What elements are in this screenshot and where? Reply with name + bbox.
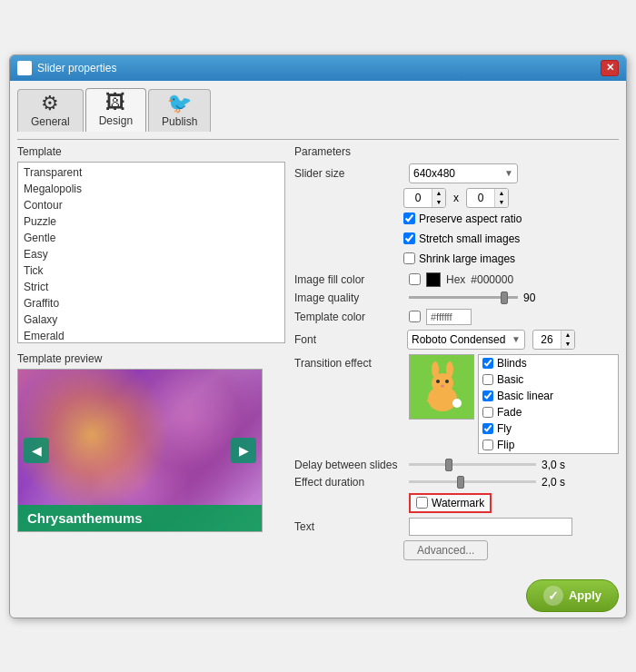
tab-design-label: Design: [99, 114, 133, 127]
template-list-item[interactable]: Megalopolis: [18, 181, 284, 197]
watermark-checkbox[interactable]: [416, 497, 428, 509]
transition-item[interactable]: Basic linear: [479, 388, 618, 404]
template-listbox[interactable]: TransparentMegalopolisContourPuzzleGentl…: [17, 162, 285, 343]
transition-item[interactable]: Blinds: [479, 355, 618, 371]
size-y-spinbtns[interactable]: ▲ ▼: [494, 189, 508, 207]
svg-point-3: [446, 361, 453, 378]
general-icon: ⚙: [41, 94, 59, 114]
size-y-spin[interactable]: 0 ▲ ▼: [466, 188, 509, 208]
template-list-item[interactable]: Emerald: [18, 328, 284, 343]
fill-color-row: Image fill color Hex #000000: [294, 272, 619, 287]
template-list-item[interactable]: Contour: [18, 197, 284, 213]
quality-label: Image quality: [294, 292, 403, 304]
left-panel: Template TransparentMegalopolisContourPu…: [17, 145, 285, 565]
effect-label: Effect duration: [294, 476, 403, 489]
template-list-item[interactable]: Puzzle: [18, 213, 284, 230]
transition-checkbox[interactable]: [482, 407, 493, 418]
tab-general-label: General: [31, 115, 70, 128]
apply-button[interactable]: ✓ Apply: [526, 579, 619, 612]
size-y-up[interactable]: ▲: [495, 189, 508, 198]
quality-slider[interactable]: [409, 296, 518, 299]
advanced-button[interactable]: Advanced...: [403, 540, 488, 560]
fill-color-swatch[interactable]: [426, 272, 441, 287]
delay-slider[interactable]: [409, 463, 536, 466]
design-icon: 🖼: [105, 93, 125, 113]
size-x-spin[interactable]: 0 ▲ ▼: [403, 188, 446, 208]
tab-bar: ⚙ General 🖼 Design 🐦 Publish: [17, 88, 619, 132]
shrink-large-checkbox[interactable]: [403, 252, 415, 264]
caption-text: Chrysanthemums: [27, 510, 143, 526]
fill-color-checkbox[interactable]: [409, 273, 421, 285]
transition-checkbox[interactable]: [482, 423, 493, 434]
transition-label-text: Basic: [497, 373, 523, 386]
tab-design[interactable]: 🖼 Design: [85, 88, 146, 132]
preserve-ratio-checkbox[interactable]: [403, 212, 415, 224]
svg-point-2: [432, 361, 439, 378]
window-title: Slider properties: [37, 62, 116, 74]
size-x-up[interactable]: ▲: [432, 189, 445, 198]
template-list-item[interactable]: Gentle: [18, 230, 284, 246]
close-button[interactable]: ✕: [601, 60, 619, 76]
preserve-ratio-row: Preserve aspect ratio: [403, 212, 619, 228]
template-list-item[interactable]: Graffito: [18, 295, 284, 311]
tab-publish[interactable]: 🐦 Publish: [148, 89, 211, 132]
template-list-item[interactable]: Easy: [18, 246, 284, 262]
transition-item[interactable]: Flip: [479, 437, 618, 453]
font-size-spinbtns[interactable]: ▲ ▼: [561, 331, 574, 349]
publish-icon: 🐦: [167, 94, 192, 114]
shrink-large-label: Shrink large images: [419, 252, 515, 265]
template-list-item[interactable]: Transparent: [18, 164, 284, 181]
preview-caption: Chrysanthemums: [18, 505, 262, 531]
template-list-item[interactable]: Galaxy: [18, 311, 284, 328]
text-row: Text: [294, 518, 619, 536]
transition-item[interactable]: Fade: [479, 404, 618, 420]
text-input[interactable]: [409, 518, 572, 536]
preview-next-button[interactable]: ▶: [231, 438, 256, 463]
transition-label-text: Flip: [497, 439, 514, 451]
transition-item[interactable]: Fly: [479, 420, 618, 437]
transition-label-text: Blinds: [497, 357, 527, 370]
transition-row: Transition effect: [294, 354, 619, 454]
transition-preview-thumb: [409, 354, 474, 420]
delay-value: 3,0 s: [542, 459, 573, 471]
size-x-spinbtns[interactable]: ▲ ▼: [432, 189, 445, 207]
template-list-item[interactable]: Strict: [18, 279, 284, 295]
titlebar: 🖼 Slider properties ✕: [10, 55, 626, 81]
preview-prev-button[interactable]: ◀: [24, 438, 49, 463]
transition-checkbox[interactable]: [482, 374, 493, 385]
font-size-down[interactable]: ▼: [561, 340, 574, 349]
template-color-row: Template color #ffffff: [294, 309, 619, 325]
effect-slider[interactable]: [409, 480, 536, 483]
prev-icon: ◀: [32, 443, 42, 458]
template-list-item[interactable]: Tick: [18, 262, 284, 279]
slider-size-dropdown[interactable]: 640x480 ▼: [409, 163, 518, 183]
font-dropdown-arrow: ▼: [512, 334, 521, 344]
effect-value: 2,0 s: [542, 476, 573, 489]
size-x-down[interactable]: ▼: [432, 198, 445, 207]
shrink-large-check: Shrink large images: [403, 252, 515, 265]
transition-item[interactable]: Basic: [479, 371, 618, 388]
shrink-large-row: Shrink large images: [403, 252, 619, 268]
effect-row: Effect duration 2,0 s: [294, 476, 619, 489]
size-y-down[interactable]: ▼: [495, 198, 508, 207]
transition-layout: BlindsBasicBasic linearFadeFlyFlip: [409, 354, 619, 454]
font-dropdown[interactable]: Roboto Condensed ▼: [407, 330, 525, 350]
template-section-label: Template: [17, 145, 285, 158]
transition-list[interactable]: BlindsBasicBasic linearFadeFlyFlip: [478, 354, 619, 454]
rabbit-preview: [410, 355, 474, 420]
font-size-up[interactable]: ▲: [561, 331, 574, 340]
tab-general[interactable]: ⚙ General: [17, 89, 84, 132]
slider-size-value: 640x480: [413, 167, 455, 180]
stretch-small-checkbox[interactable]: [403, 232, 415, 244]
font-size-spin[interactable]: 26 ▲ ▼: [532, 330, 575, 350]
fill-hex-value: #000000: [471, 273, 513, 286]
template-color-value[interactable]: #ffffff: [426, 309, 472, 325]
slider-size-label: Slider size: [294, 167, 403, 180]
size-xy-row: 0 ▲ ▼ x 0 ▲ ▼: [403, 188, 619, 208]
tab-publish-label: Publish: [162, 115, 197, 128]
transition-checkbox[interactable]: [482, 358, 493, 369]
transition-checkbox[interactable]: [482, 440, 493, 450]
template-color-checkbox[interactable]: [409, 311, 421, 322]
next-icon: ▶: [239, 443, 249, 458]
transition-checkbox[interactable]: [482, 390, 493, 401]
